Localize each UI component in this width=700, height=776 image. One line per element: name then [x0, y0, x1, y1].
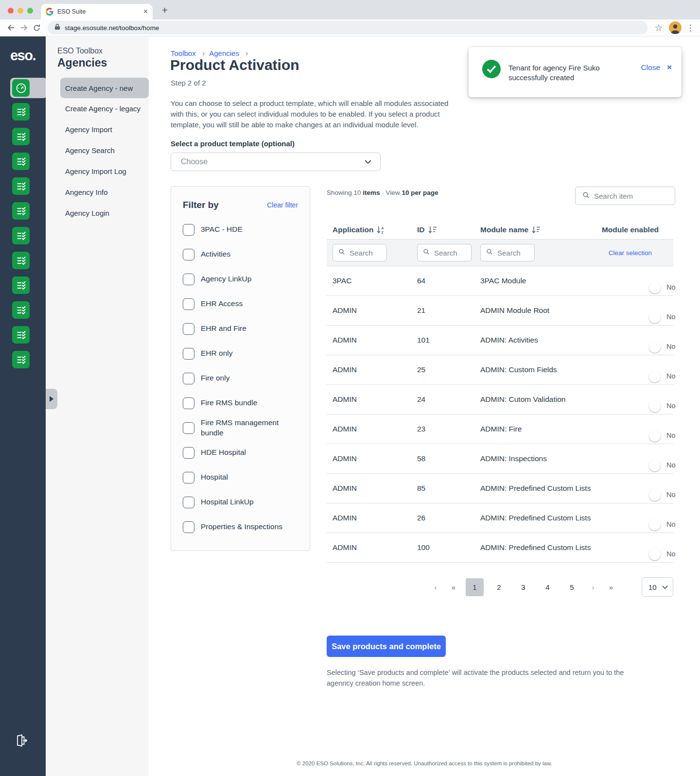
breadcrumb-link[interactable]: Agencies [209, 49, 239, 57]
cell-application: ADMIN [332, 454, 417, 463]
sidebar-item[interactable]: Agency Import Log [46, 161, 149, 182]
toggle-knob [649, 400, 661, 412]
new-tab-button[interactable] [158, 4, 171, 17]
toggle-label: No [666, 313, 676, 321]
left-rail: eso. [0, 36, 46, 776]
save-products-button[interactable]: Save products and complete [327, 636, 446, 657]
checklist-icon[interactable] [12, 276, 30, 294]
breadcrumb-link[interactable]: Toolbox [171, 49, 196, 57]
filter-checkbox[interactable] [183, 397, 194, 409]
table-row: ADMIN 21 ADMIN Module Root No [327, 296, 673, 326]
page-first-button[interactable]: « [448, 583, 459, 591]
sort-alpha-icon: AZ [377, 226, 385, 234]
filter-panel: Filter by Clear filter 3PAC - HDE Activi… [171, 186, 310, 551]
forward-icon[interactable] [18, 21, 30, 34]
page-number-button[interactable]: 4 [539, 578, 557, 596]
toggle-label: No [666, 461, 676, 469]
checklist-icon[interactable] [12, 301, 30, 319]
table-body: 3PAC 64 3PAC Module No ADMIN 21 ADMIN Mo… [327, 266, 673, 563]
filter-checkbox[interactable] [183, 274, 194, 285]
sort-lines-icon [428, 226, 437, 234]
page-last-button[interactable]: » [605, 583, 617, 591]
filter-option: EHR and Fire [171, 316, 310, 341]
toggle-label: No [666, 343, 676, 350]
toggle-label: No [666, 372, 676, 380]
checklist-icon[interactable] [12, 326, 30, 344]
search-item-input[interactable] [594, 192, 670, 200]
checklist-icon[interactable] [12, 128, 30, 145]
filter-checkbox[interactable] [183, 497, 194, 508]
logout-icon[interactable] [14, 734, 28, 747]
checklist-icon[interactable] [12, 252, 30, 269]
filter-checkbox[interactable] [183, 472, 194, 483]
avatar[interactable] [669, 21, 682, 34]
filter-option: Hospital [171, 465, 310, 490]
tab-close-icon[interactable] [143, 8, 148, 16]
page-size-select[interactable]: 10 [642, 577, 673, 597]
clear-filter-link[interactable]: Clear filter [267, 201, 298, 209]
id-search-input[interactable] [434, 249, 467, 257]
toggle-knob [649, 371, 661, 382]
toggle-knob [649, 549, 661, 560]
traffic-light-close-icon[interactable] [8, 8, 14, 14]
save-note: Selecting ‘Save products and complete’ w… [327, 667, 628, 689]
bookmark-star-icon[interactable] [652, 22, 665, 34]
cell-application: ADMIN [332, 395, 417, 404]
back-icon[interactable] [5, 21, 18, 34]
column-header-id[interactable]: ID [417, 225, 480, 234]
filter-checkbox[interactable] [183, 348, 194, 360]
traffic-light-zoom-icon[interactable] [27, 8, 33, 14]
url-text: stage.esosuite.net/toolbox/home [65, 24, 159, 32]
column-header-application[interactable]: Application AZ [332, 225, 417, 234]
page-number-button[interactable]: 1 [466, 578, 484, 596]
template-select[interactable]: Choose [171, 153, 381, 171]
sidebar-item[interactable]: Agency Search [46, 140, 149, 161]
filter-option: Hospital LinkUp [171, 490, 310, 515]
column-header-module-name[interactable]: Module name [480, 225, 597, 234]
checklist-icon[interactable] [12, 227, 30, 244]
toggle-label: No [666, 550, 676, 558]
page-prev-button[interactable]: ‹ [430, 583, 441, 591]
filter-checkbox[interactable] [183, 373, 194, 384]
checklist-icon[interactable] [12, 153, 30, 170]
cell-id: 100 [417, 543, 480, 552]
filter-checkbox[interactable] [183, 298, 194, 310]
page-number-button[interactable]: 5 [563, 578, 581, 596]
traffic-light-minimize-icon[interactable] [18, 8, 23, 14]
search-icon [486, 248, 493, 257]
sidebar-item[interactable]: Agency Login [46, 203, 149, 224]
toast-close-button[interactable]: Close [641, 63, 672, 72]
main-content: Toolbox Agencies Product Activation Step… [149, 36, 700, 776]
cell-application: 3PAC [332, 276, 417, 285]
toggle-knob [649, 341, 661, 353]
filter-option: Agency LinkUp [171, 267, 310, 292]
cell-id: 26 [417, 514, 480, 522]
application-search-input[interactable] [350, 249, 383, 257]
page-number-button[interactable]: 2 [490, 578, 508, 596]
cell-id: 25 [417, 365, 480, 374]
page-next-button[interactable]: › [587, 583, 599, 591]
reload-icon[interactable] [30, 21, 43, 34]
filter-checkbox[interactable] [183, 249, 194, 260]
dashboard-icon[interactable] [12, 79, 30, 97]
checklist-icon[interactable] [12, 202, 30, 220]
sidebar-collapse-handle[interactable] [46, 389, 57, 409]
url-bar[interactable]: stage.esosuite.net/toolbox/home [48, 21, 648, 34]
checklist-icon[interactable] [12, 177, 30, 195]
browser-tab[interactable]: ESO Suite [41, 4, 153, 19]
checklist-icon[interactable] [12, 351, 30, 368]
sidebar-item[interactable]: Agency Import [46, 119, 149, 140]
filter-checkbox[interactable] [183, 323, 194, 335]
filter-checkbox[interactable] [183, 224, 194, 236]
module-name-search-input[interactable] [497, 249, 530, 257]
sidebar-item[interactable]: Create Agency - legacy [46, 98, 149, 119]
checklist-icon[interactable] [12, 103, 30, 121]
filter-checkbox[interactable] [183, 521, 194, 533]
clear-selection-link[interactable]: Clear selection [609, 249, 673, 257]
browser-menu-icon[interactable] [685, 23, 695, 33]
page-number-button[interactable]: 3 [514, 578, 532, 596]
sidebar-item[interactable]: Create Agency - new [60, 78, 149, 98]
filter-checkbox[interactable] [183, 447, 194, 459]
filter-checkbox[interactable] [183, 422, 194, 434]
sidebar-item[interactable]: Angency Info [46, 182, 149, 203]
